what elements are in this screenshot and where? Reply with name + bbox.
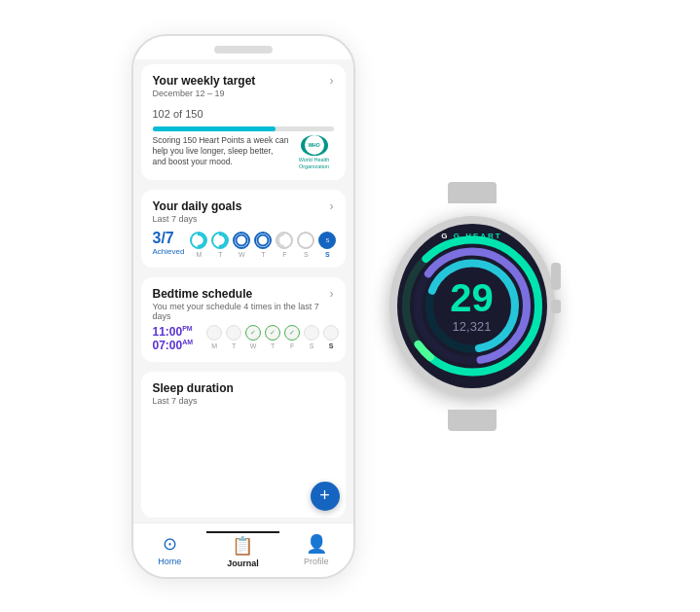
daily-goals-chevron[interactable]: ›	[330, 199, 334, 213]
fab-button[interactable]: +	[311, 482, 340, 511]
day-circle-t2	[254, 232, 272, 249]
watch-body: G G HEART 29 12,321	[389, 216, 555, 396]
bedtime-sched-row: ✓ ✓ ✓	[206, 325, 339, 341]
day-label-w: W	[239, 251, 245, 258]
bl-s1: S	[304, 342, 319, 349]
who-circle-inner: WHO	[305, 135, 324, 155]
sched-m	[206, 325, 222, 341]
goals-achieved-block: 3/7 Achieved	[153, 230, 185, 256]
watch-center: 29 12,321	[450, 278, 494, 334]
scene: Your weekly target December 12 – 19 › 10…	[112, 15, 589, 598]
who-row: Scoring 150 Heart Points a week can help…	[153, 135, 334, 170]
daily-goals-card: Your daily goals Last 7 days › 3/7 Achie…	[141, 190, 346, 268]
goals-achieved-label: Achieved	[153, 247, 185, 256]
day-circle-s2: S	[318, 232, 336, 249]
progress-bar-bg	[153, 126, 334, 131]
day-item-s: S	[297, 232, 314, 258]
bedtime-day-labels: M T W T F S S	[206, 342, 339, 349]
day-circle-m	[190, 232, 207, 249]
sched-s2	[323, 325, 339, 341]
profile-icon: 👤	[306, 533, 327, 555]
watch-strap-top	[448, 182, 497, 203]
phone: Your weekly target December 12 – 19 › 10…	[131, 34, 355, 579]
watch-strap-bottom	[448, 410, 497, 431]
day-label-t2: T	[261, 251, 265, 258]
day-label-m: M	[197, 251, 203, 258]
phone-notch	[214, 46, 273, 54]
day-label-t1: T	[218, 251, 222, 258]
days-row: M T	[190, 232, 336, 258]
sched-f: ✓	[284, 325, 300, 341]
sched-w: ✓	[245, 325, 261, 341]
watch-number: 29	[450, 278, 494, 317]
day-label-s: S	[304, 251, 309, 258]
sched-t1	[226, 325, 241, 341]
who-description: Scoring 150 Heart Points a week can help…	[153, 135, 289, 167]
watch-crown-bottom	[551, 300, 561, 313]
nav-home[interactable]: ⊙ Home	[133, 533, 206, 566]
weekly-target-header: Your weekly target December 12 – 19 ›	[153, 74, 334, 98]
phone-screen: Your weekly target December 12 – 19 › 10…	[133, 59, 353, 522]
nav-home-label: Home	[158, 557, 181, 566]
weekly-target-date: December 12 – 19	[153, 89, 256, 98]
bl-s2: S	[323, 342, 339, 349]
watch: G G HEART 29 12,321	[375, 199, 570, 414]
nav-journal-label: Journal	[227, 558, 259, 568]
bl-t1: T	[226, 342, 241, 349]
bl-f: F	[284, 342, 300, 349]
progress-bar-fill	[153, 126, 276, 131]
sched-s1	[304, 325, 319, 341]
day-item-f: F	[276, 232, 293, 258]
sleep-duration-title-block: Sleep duration Last 7 days	[153, 381, 234, 406]
day-circle-t1	[211, 232, 229, 249]
watch-face: G G HEART 29 12,321	[397, 224, 547, 388]
bedtime-card: Bedtime schedule You met your schedule 4…	[141, 277, 346, 362]
day-circle-f	[276, 232, 293, 249]
wake-time: 07:00AM	[153, 339, 194, 352]
svg-point-0	[237, 234, 247, 245]
day-circle-s	[297, 232, 314, 249]
daily-goals-subtitle: Last 7 days	[153, 214, 242, 224]
bl-w: W	[245, 342, 261, 349]
daily-goals-header: Your daily goals Last 7 days ›	[153, 199, 334, 224]
sleep-duration-title: Sleep duration	[153, 381, 234, 395]
day-item-t1: T	[211, 232, 229, 258]
weekly-target-title: Your weekly target	[153, 74, 256, 88]
weekly-target-chevron[interactable]: ›	[330, 74, 334, 88]
weekly-target-title-block: Your weekly target December 12 – 19	[153, 74, 256, 98]
nav-profile-label: Profile	[304, 557, 329, 566]
bedtime-subtitle: You met your schedule 4 times in the las…	[153, 302, 330, 321]
daily-goals-title: Your daily goals	[153, 199, 242, 213]
heart-points-value: 102 of 150	[153, 102, 334, 123]
day-label-f: F	[282, 251, 286, 258]
bedtime-times: 11:00PM 07:00AM	[153, 325, 194, 352]
sleep-time: 11:00PM	[153, 325, 194, 339]
home-icon: ⊙	[163, 533, 177, 555]
goals-achieved-value: 3/7	[153, 230, 185, 247]
weekly-target-card: Your weekly target December 12 – 19 › 10…	[141, 64, 346, 180]
day-circle-w	[233, 232, 250, 249]
g-label: G	[441, 232, 453, 240]
svg-point-1	[258, 234, 269, 245]
day-label-s2: S	[325, 251, 330, 258]
bottom-nav: ⊙ Home 📋 Journal 👤 Profile	[133, 522, 353, 577]
nav-profile[interactable]: 👤 Profile	[279, 533, 352, 566]
bedtime-chevron[interactable]: ›	[330, 287, 334, 301]
watch-heart-label: G G HEART	[441, 232, 501, 240]
day-item-m: M	[190, 232, 207, 258]
day-item-w: W	[233, 232, 250, 258]
nav-journal[interactable]: 📋 Journal	[206, 531, 279, 568]
bedtime-schedule-days: ✓ ✓ ✓ M T W T F S	[206, 325, 339, 349]
watch-crown-top	[551, 263, 561, 290]
day-item-s2: S S	[318, 232, 336, 258]
bedtime-header: Bedtime schedule You met your schedule 4…	[153, 287, 334, 321]
bedtime-title-block: Bedtime schedule You met your schedule 4…	[153, 287, 330, 321]
sched-t2: ✓	[265, 325, 280, 341]
sleep-duration-header: Sleep duration Last 7 days	[153, 381, 334, 406]
bl-t2: T	[265, 342, 280, 349]
sleep-duration-subtitle: Last 7 days	[153, 396, 234, 406]
bedtime-title: Bedtime schedule	[153, 287, 330, 301]
watch-steps: 12,321	[450, 319, 494, 334]
daily-goals-title-block: Your daily goals Last 7 days	[153, 199, 242, 224]
who-logo: WHO World HealthOrganization	[295, 135, 334, 170]
